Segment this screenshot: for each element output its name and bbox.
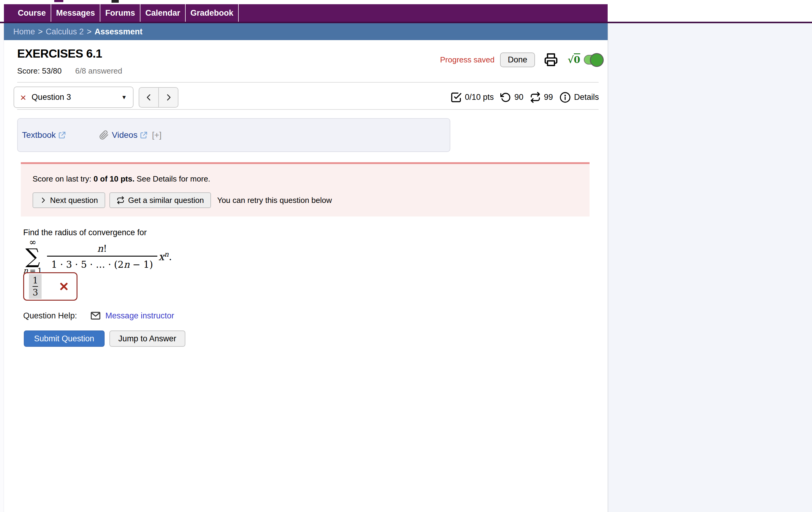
question-help-label: Question Help:: [23, 311, 77, 320]
series-term: xn.: [158, 250, 172, 263]
last-try-score: 0 of 10 pts.: [93, 174, 135, 183]
nav-bottom-border: [0, 22, 812, 23]
mail-icon: [90, 310, 101, 321]
divider: [17, 109, 599, 110]
term-exponent: n: [164, 250, 169, 258]
header-controls: Progress saved Done √0: [440, 50, 603, 69]
expand-videos-button[interactable]: [+]: [152, 130, 162, 140]
nav-tab-calendar[interactable]: Calendar: [141, 4, 186, 22]
main-nav: Course Messages Forums Calendar Gradeboo…: [4, 4, 608, 22]
submit-question-button[interactable]: Submit Question: [24, 331, 105, 347]
previous-question-button[interactable]: [139, 87, 159, 108]
score-row: Score: 53/806/8 answered: [17, 66, 122, 76]
info-icon[interactable]: [559, 92, 571, 103]
breadcrumb-current: Assessment: [95, 27, 143, 36]
breadcrumb-separator: >: [84, 27, 95, 36]
toggle-knob: [590, 53, 604, 67]
alert-actions: Next question Get a similar question You…: [33, 192, 332, 208]
paperclip-icon: [99, 130, 109, 140]
nav-tab-messages[interactable]: Messages: [51, 4, 100, 22]
next-question-button[interactable]: [158, 87, 178, 108]
similar-question-button[interactable]: Get a similar question: [109, 192, 211, 208]
message-instructor-link[interactable]: Message instructor: [106, 311, 174, 320]
period: .: [169, 251, 172, 263]
answer-numerator: 1: [33, 275, 38, 286]
last-try-prefix: Score on last try:: [33, 174, 93, 183]
term-base: x: [158, 251, 164, 263]
details-link[interactable]: Details: [574, 92, 599, 102]
fraction: n! 1 · 3 · 5 · … · (2n − 1): [47, 243, 157, 270]
answered-count: 6/8 answered: [75, 66, 122, 75]
nav-tab-course[interactable]: Course: [13, 4, 51, 22]
fraction-denominator: 1 · 3 · 5 · … · (2n − 1): [47, 256, 157, 270]
numerator-factorial: !: [104, 243, 107, 254]
sigma-icon: ∑: [25, 246, 40, 266]
top-edge-artifact: [54, 0, 63, 2]
incorrect-icon: [59, 282, 69, 291]
similar-question-label: Get a similar question: [128, 196, 204, 205]
breadcrumb: Home>Calculus 2>Assessment: [4, 23, 608, 40]
denominator-post: − 1): [129, 259, 153, 270]
breadcrumb-home-link[interactable]: Home: [13, 27, 35, 36]
rewind-count: 90: [514, 92, 523, 102]
question-select-label: Question 3: [32, 92, 71, 102]
chevron-right-icon: [40, 197, 47, 203]
videos-link[interactable]: Videos: [112, 130, 138, 140]
answer-input[interactable]: 1 3: [23, 272, 78, 301]
next-question-button-alert[interactable]: Next question: [33, 192, 105, 208]
denominator-var: n: [123, 259, 129, 270]
resources-panel: Textbook Videos [+]: [17, 118, 450, 152]
question-help-row: Question Help: Message instructor: [23, 310, 174, 321]
question-prompt: Find the radius of convergence for: [23, 228, 147, 237]
rotate-ccw-icon: [500, 92, 511, 103]
divider: [17, 82, 599, 83]
external-link-icon: [58, 131, 66, 139]
nav-tab-forums[interactable]: Forums: [100, 4, 141, 22]
top-edge-artifact: [112, 0, 119, 3]
summation-symbol: ∞ ∑ n = 1: [23, 238, 42, 275]
print-icon[interactable]: [544, 53, 558, 67]
points-value: 0/10 pts: [465, 92, 494, 102]
check-square-icon: [450, 92, 462, 103]
action-row: Submit Question Jump to Answer: [24, 331, 185, 347]
repeat-icon: [530, 92, 541, 103]
textbook-link[interactable]: Textbook: [22, 130, 56, 140]
last-try-score-text: Score on last try: 0 of 10 pts. See Deta…: [33, 174, 210, 183]
regen-count: 99: [544, 92, 553, 102]
chevron-down-icon: ▼: [121, 94, 127, 101]
breadcrumb-course-link[interactable]: Calculus 2: [46, 27, 84, 36]
denominator-pre: 1 · 3 · 5 · … · (2: [51, 259, 123, 270]
sqrt-radical: √: [568, 54, 574, 65]
sqrt-icon: √0: [568, 54, 580, 65]
answer-fraction[interactable]: 1 3: [29, 274, 41, 299]
question-pager: [139, 87, 178, 108]
toggle-switch[interactable]: [584, 55, 602, 64]
breadcrumb-separator: >: [35, 27, 46, 36]
last-try-suffix: See Details for more.: [135, 174, 210, 183]
math-entry-toggle-group[interactable]: √0: [568, 54, 602, 65]
page-title: EXERCISES 6.1: [17, 47, 102, 60]
answer-denominator: 3: [33, 286, 38, 297]
next-question-label: Next question: [50, 196, 98, 205]
page-right-background: [608, 23, 812, 512]
fraction-numerator: n!: [47, 243, 157, 256]
series-formula: ∞ ∑ n = 1 n! 1 · 3 · 5 · … · (2n − 1) xn…: [23, 238, 172, 275]
question-meta: 0/10 pts 90 99 Details: [449, 87, 599, 108]
repeat-icon: [117, 196, 124, 204]
done-button[interactable]: Done: [500, 53, 535, 67]
sqrt-zero: 0: [574, 53, 581, 65]
numerator-var: n: [97, 243, 104, 254]
question-select-dropdown[interactable]: × Question 3 ▼: [13, 87, 134, 108]
jump-to-answer-button[interactable]: Jump to Answer: [109, 331, 185, 347]
chevron-right-icon: [165, 93, 172, 101]
retry-note: You can retry this question below: [217, 196, 332, 205]
nav-tab-gradebook[interactable]: Gradebook: [186, 4, 239, 22]
external-link-icon: [140, 131, 148, 139]
chevron-left-icon: [145, 93, 153, 101]
score-value: Score: 53/80: [17, 66, 61, 75]
last-try-alert: Score on last try: 0 of 10 pts. See Deta…: [21, 162, 589, 217]
question-incorrect-icon: ×: [20, 92, 26, 103]
page-left-gutter: [0, 23, 4, 512]
progress-saved-status: Progress saved: [440, 55, 495, 64]
